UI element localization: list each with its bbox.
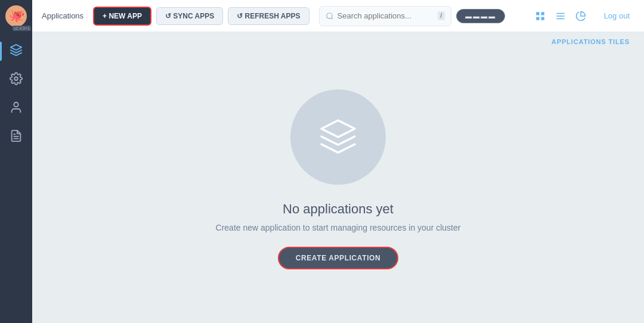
svg-line-6: [331, 17, 333, 19]
cluster-label: ▬▬▬▬: [465, 13, 496, 20]
page-section-header: APPLICATIONS TILES: [32, 32, 644, 48]
empty-title: No applications yet: [283, 201, 394, 217]
sync-apps-button[interactable]: ↺ SYNC APPS: [156, 7, 223, 25]
svg-point-5: [326, 13, 332, 18]
sidebar: 🐙 v2.4.9+1: [0, 0, 32, 323]
svg-marker-14: [321, 120, 355, 137]
user-icon: [10, 101, 23, 116]
sidebar-item-user[interactable]: [0, 94, 32, 123]
sidebar-item-settings[interactable]: [0, 66, 32, 94]
svg-rect-8: [541, 12, 544, 15]
cluster-selector[interactable]: ▬▬▬▬: [456, 9, 505, 23]
svg-point-2: [14, 103, 18, 107]
logo-icon: 🐙: [8, 8, 24, 24]
active-indicator: [0, 42, 2, 61]
sidebar-navigation: [0, 37, 32, 323]
search-input[interactable]: [338, 11, 438, 20]
sidebar-item-docs[interactable]: [0, 123, 32, 151]
search-icon: [326, 12, 334, 20]
layers-icon: [10, 44, 23, 59]
toolbar: Applications + NEW APP ↺ SYNC APPS ↺ REF…: [32, 0, 644, 32]
version-badge: v2.4.9+1: [13, 26, 31, 31]
empty-icon-circle: [290, 89, 386, 185]
logout-button[interactable]: Log out: [599, 9, 634, 23]
layers-empty-icon: [314, 113, 362, 161]
search-bar: /: [319, 6, 452, 26]
svg-rect-10: [541, 17, 544, 20]
document-icon: [10, 129, 23, 145]
pie-chart-icon: [572, 7, 590, 25]
refresh-apps-button[interactable]: ↺ REFRESH APPS: [228, 7, 309, 25]
svg-rect-7: [536, 12, 539, 15]
empty-subtitle: Create new application to start managing…: [216, 223, 461, 232]
view-toggle: [531, 7, 590, 25]
list-view-button[interactable]: [552, 7, 569, 25]
sidebar-item-applications[interactable]: [0, 37, 32, 66]
svg-marker-0: [11, 45, 21, 50]
search-shortcut: /: [438, 11, 445, 20]
empty-state: No applications yet Create new applicati…: [32, 48, 644, 323]
new-app-button[interactable]: + NEW APP: [93, 7, 151, 26]
page-title: Applications: [42, 11, 83, 20]
create-application-button[interactable]: CREATE APPLICATION: [278, 247, 399, 269]
grid-view-button[interactable]: [531, 7, 549, 25]
page-section-title: APPLICATIONS TILES: [552, 38, 630, 45]
gear-icon: [10, 72, 23, 88]
svg-rect-9: [536, 17, 539, 20]
sidebar-logo[interactable]: 🐙 v2.4.9+1: [0, 0, 32, 32]
main-content: Applications + NEW APP ↺ SYNC APPS ↺ REF…: [32, 0, 644, 323]
logo-circle: 🐙: [5, 5, 27, 27]
svg-point-1: [14, 77, 18, 80]
